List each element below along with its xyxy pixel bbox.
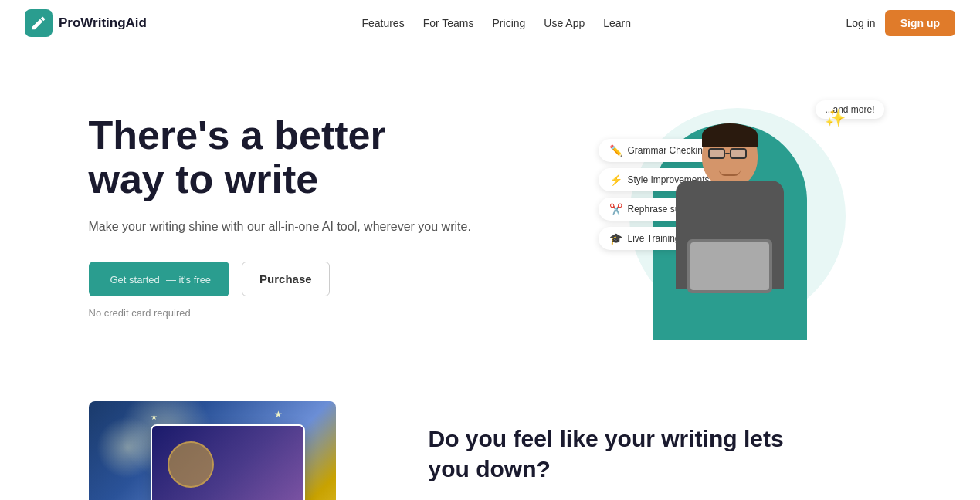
purchase-button[interactable]: Purchase — [242, 262, 330, 296]
pill-rephrase-icon: ✂️ — [609, 203, 622, 215]
pill-training-icon: 🎓 — [609, 232, 622, 245]
nav-features[interactable]: Features — [361, 17, 404, 29]
no-credit-card-text: No credit card required — [89, 307, 471, 319]
swirl-2 — [97, 417, 158, 478]
person-smile — [719, 170, 741, 176]
glasses-right — [730, 148, 747, 159]
second-desc: We know what it's like to feel the FEAR … — [429, 496, 799, 500]
hero-buttons: Get started — it's free Purchase — [89, 262, 471, 296]
hero-title: There's a better way to write — [89, 113, 471, 201]
hero-section: There's a better way to write Make your … — [27, 46, 954, 370]
navbar-links: Features For Teams Pricing Use App Learn — [361, 17, 631, 29]
login-button[interactable]: Log in — [846, 17, 876, 29]
hero-left: There's a better way to write Make your … — [89, 113, 471, 319]
navbar-actions: Log in Sign up — [846, 10, 955, 36]
hero-right: ✏️ Grammar Checking ⚡ Style Improvements… — [599, 93, 892, 340]
hero-subtitle: Make your writing shine with our all-in-… — [89, 217, 471, 237]
second-right: Do you feel like your writing lets you d… — [429, 424, 799, 500]
logo-svg — [30, 15, 47, 32]
second-title: Do you feel like your writing lets you d… — [429, 424, 799, 484]
painting-front: My idea in my head — [151, 424, 305, 500]
star-3: ★ — [274, 409, 283, 420]
person-head — [702, 123, 758, 187]
nav-use-app[interactable]: Use App — [544, 17, 585, 29]
painting-container: ★ ★ ★ My idea in my head — [89, 401, 382, 500]
star-1: ★ — [151, 413, 158, 421]
logo[interactable]: ProWritingAid — [25, 9, 147, 37]
person-hair — [702, 123, 758, 147]
glasses-bridge — [725, 153, 730, 154]
logo-text: ProWritingAid — [59, 15, 147, 31]
nav-pricing[interactable]: Pricing — [493, 17, 526, 29]
signup-button[interactable]: Sign up — [885, 10, 955, 36]
person-laptop — [687, 239, 772, 293]
paint-circle — [168, 441, 214, 488]
glasses-left — [708, 148, 725, 159]
sparkle-icon: ✨ — [825, 108, 846, 128]
pill-style-icon: ⚡ — [609, 174, 622, 186]
nav-learn[interactable]: Learn — [603, 17, 631, 29]
second-section: ★ ★ ★ My idea in my head Do you feel lik… — [27, 370, 954, 500]
navbar: ProWritingAid Features For Teams Pricing… — [0, 0, 980, 46]
laptop-screen — [690, 242, 769, 290]
nav-teams[interactable]: For Teams — [423, 17, 474, 29]
logo-icon — [25, 9, 53, 37]
get-started-button[interactable]: Get started — it's free — [89, 262, 230, 296]
pill-grammar-icon: ✏️ — [609, 144, 622, 157]
